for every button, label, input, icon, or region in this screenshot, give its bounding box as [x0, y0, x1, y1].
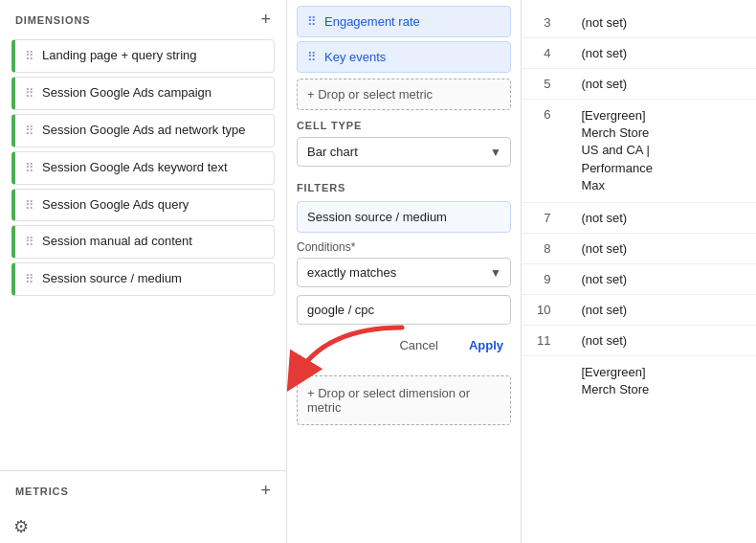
apply-button[interactable]: Apply: [461, 334, 511, 356]
row-value: (not set): [566, 263, 756, 294]
conditions-label: Conditions*: [297, 240, 511, 254]
dimension-label: Landing page + query string: [42, 48, 197, 64]
table-row: 7(not set): [522, 202, 756, 233]
filter-actions: Cancel Apply: [297, 334, 511, 356]
sidebar-item-ads-network[interactable]: ⠿ Session Google Ads ad network type: [11, 114, 275, 147]
middle-panel: ⠿ Engagement rate ⠿ Key events + Drop or…: [287, 0, 522, 543]
key-events-metric[interactable]: ⠿ Key events: [297, 41, 511, 73]
filter-name-display: Session source / medium: [297, 201, 511, 233]
drag-handle-icon: ⠿: [25, 49, 34, 63]
table-row: 3(not set): [522, 8, 756, 38]
table-row: 8(not set): [522, 233, 756, 263]
dimension-label: Session manual ad content: [42, 234, 192, 250]
row-number: 10: [522, 294, 566, 325]
row-number: 6: [522, 100, 566, 203]
row-number: 9: [522, 263, 566, 294]
row-value: (not set): [566, 38, 756, 69]
data-table: 3(not set)4(not set)5(not set)6[Evergree…: [522, 8, 756, 406]
row-value: [Evergreen] Merch Store US and CA | Perf…: [566, 100, 756, 203]
drop-dim-label: + Drop or select dimension or metric: [307, 386, 500, 415]
engagement-rate-label: Engagement rate: [324, 14, 420, 29]
add-metric-button[interactable]: +: [260, 481, 271, 501]
dimension-label: Session Google Ads campaign: [42, 85, 211, 102]
dimension-list: ⠿ Landing page + query string ⠿ Session …: [0, 35, 286, 470]
table-row: 9(not set): [522, 263, 756, 294]
engagement-rate-metric[interactable]: ⠿ Engagement rate: [297, 6, 511, 37]
row-number: 11: [522, 325, 566, 355]
dimension-label: Session source / medium: [42, 271, 182, 287]
key-events-label: Key events: [324, 50, 386, 64]
dimensions-header: DIMENSIONS +: [0, 0, 286, 35]
drop-metric-label: + Drop or select metric: [307, 87, 433, 102]
metrics-header: METRICS +: [0, 471, 286, 507]
drag-handle-icon: ⠿: [307, 50, 317, 64]
cell-type-label: CELL TYPE: [297, 120, 511, 131]
filter-value-input[interactable]: [297, 295, 511, 325]
table-row: 6[Evergreen] Merch Store US and CA | Per…: [522, 100, 756, 203]
drag-handle-icon: ⠿: [307, 14, 317, 29]
row-number: 5: [522, 69, 566, 100]
table-row: [Evergreen] Merch Store: [522, 355, 756, 406]
row-value: (not set): [566, 325, 756, 355]
table-row: 5(not set): [522, 69, 756, 100]
sidebar-item-ads-campaign[interactable]: ⠿ Session Google Ads campaign: [11, 77, 275, 110]
metrics-label: METRICS: [15, 486, 69, 497]
sidebar-item-ads-keyword[interactable]: ⠿ Session Google Ads keyword text: [11, 151, 275, 185]
filters-section: FILTERS Session source / medium Conditio…: [287, 172, 521, 370]
sidebar-item-manual-ad[interactable]: ⠿ Session manual ad content: [11, 225, 275, 259]
row-value: (not set): [566, 8, 756, 38]
row-number: 7: [522, 202, 566, 233]
cell-type-select[interactable]: Bar chart Number Heatmap: [297, 137, 511, 167]
drag-handle-icon: ⠿: [25, 198, 34, 213]
sidebar-item-landing-page[interactable]: ⠿ Landing page + query string: [11, 39, 275, 73]
drag-handle-icon: ⠿: [25, 86, 34, 101]
row-number: [522, 355, 566, 406]
drag-handle-icon: ⠿: [25, 124, 34, 138]
row-number: 4: [522, 38, 566, 69]
dimension-label: Session Google Ads query: [42, 197, 189, 214]
row-value: (not set): [566, 69, 756, 100]
cancel-button[interactable]: Cancel: [391, 334, 445, 356]
row-number: 8: [522, 233, 566, 263]
metrics-section: METRICS +: [0, 470, 286, 514]
row-number: 3: [522, 8, 566, 38]
left-sidebar: DIMENSIONS + ⠿ Landing page + query stri…: [0, 0, 287, 543]
conditions-select[interactable]: exactly matches contains starts with end…: [297, 258, 511, 287]
settings-row: ⚙: [0, 514, 286, 543]
drag-handle-icon: ⠿: [25, 272, 34, 286]
drop-dimension-button[interactable]: + Drop or select dimension or metric: [297, 375, 511, 425]
sidebar-item-ads-query[interactable]: ⠿ Session Google Ads query: [11, 189, 275, 222]
metric-list: ⠿ Engagement rate ⠿ Key events: [287, 0, 521, 79]
settings-icon[interactable]: ⚙: [13, 516, 29, 537]
conditions-select-wrapper: exactly matches contains starts with end…: [297, 258, 511, 287]
row-value: (not set): [566, 202, 756, 233]
table-row: 11(not set): [522, 325, 756, 355]
row-value: [Evergreen] Merch Store: [566, 355, 756, 406]
cell-type-select-wrapper: Bar chart Number Heatmap ▼: [297, 137, 511, 167]
right-panel: 3(not set)4(not set)5(not set)6[Evergree…: [522, 0, 756, 543]
row-value: (not set): [566, 233, 756, 263]
sidebar-item-source-medium[interactable]: ⠿ Session source / medium: [11, 262, 275, 296]
table-row: 10(not set): [522, 294, 756, 325]
drop-metric-button[interactable]: + Drop or select metric: [297, 79, 511, 110]
dimension-label: Session Google Ads keyword text: [42, 160, 228, 176]
dimension-label: Session Google Ads ad network type: [42, 123, 245, 139]
row-value: (not set): [566, 294, 756, 325]
drag-handle-icon: ⠿: [25, 235, 34, 249]
cell-type-section: CELL TYPE Bar chart Number Heatmap ▼: [287, 110, 521, 172]
dimensions-label: DIMENSIONS: [15, 14, 90, 26]
table-row: 4(not set): [522, 38, 756, 69]
add-dimension-button[interactable]: +: [260, 10, 271, 30]
drag-handle-icon: ⠿: [25, 161, 34, 175]
filters-label: FILTERS: [297, 182, 511, 193]
